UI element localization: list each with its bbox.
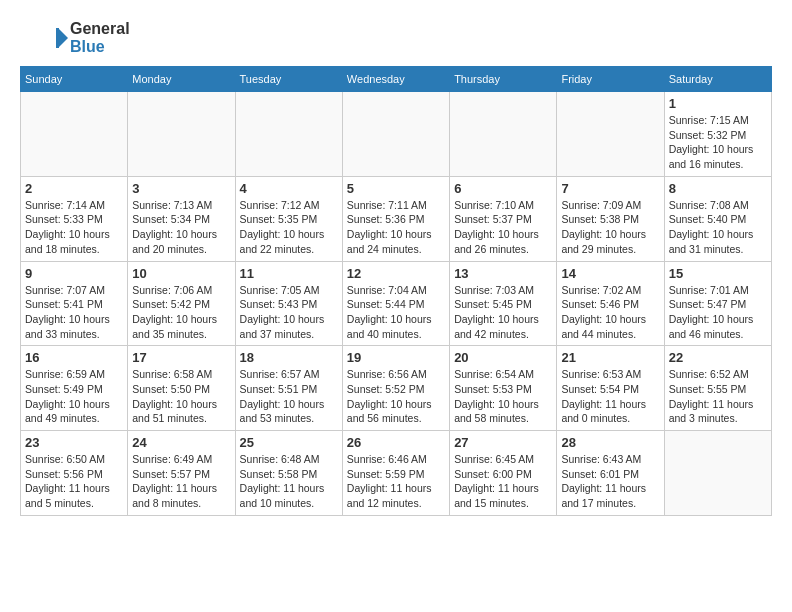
day-info: Sunrise: 7:03 AM Sunset: 5:45 PM Dayligh… — [454, 283, 552, 342]
day-number: 1 — [669, 96, 767, 111]
calendar-cell: 24Sunrise: 6:49 AM Sunset: 5:57 PM Dayli… — [128, 431, 235, 516]
day-info: Sunrise: 7:15 AM Sunset: 5:32 PM Dayligh… — [669, 113, 767, 172]
day-number: 7 — [561, 181, 659, 196]
calendar-cell: 22Sunrise: 6:52 AM Sunset: 5:55 PM Dayli… — [664, 346, 771, 431]
day-info: Sunrise: 6:53 AM Sunset: 5:54 PM Dayligh… — [561, 367, 659, 426]
day-number: 25 — [240, 435, 338, 450]
day-number: 27 — [454, 435, 552, 450]
calendar-cell — [21, 92, 128, 177]
day-number: 26 — [347, 435, 445, 450]
logo-general: General — [70, 20, 130, 38]
weekday-header-thursday: Thursday — [450, 67, 557, 92]
day-info: Sunrise: 7:01 AM Sunset: 5:47 PM Dayligh… — [669, 283, 767, 342]
calendar-cell: 3Sunrise: 7:13 AM Sunset: 5:34 PM Daylig… — [128, 176, 235, 261]
day-info: Sunrise: 7:05 AM Sunset: 5:43 PM Dayligh… — [240, 283, 338, 342]
svg-rect-1 — [56, 28, 59, 48]
calendar-cell: 19Sunrise: 6:56 AM Sunset: 5:52 PM Dayli… — [342, 346, 449, 431]
day-number: 9 — [25, 266, 123, 281]
day-info: Sunrise: 7:08 AM Sunset: 5:40 PM Dayligh… — [669, 198, 767, 257]
calendar-cell: 15Sunrise: 7:01 AM Sunset: 5:47 PM Dayli… — [664, 261, 771, 346]
weekday-header-friday: Friday — [557, 67, 664, 92]
day-info: Sunrise: 7:12 AM Sunset: 5:35 PM Dayligh… — [240, 198, 338, 257]
calendar-cell: 5Sunrise: 7:11 AM Sunset: 5:36 PM Daylig… — [342, 176, 449, 261]
day-info: Sunrise: 6:52 AM Sunset: 5:55 PM Dayligh… — [669, 367, 767, 426]
calendar-cell — [128, 92, 235, 177]
day-number: 21 — [561, 350, 659, 365]
day-info: Sunrise: 6:57 AM Sunset: 5:51 PM Dayligh… — [240, 367, 338, 426]
day-number: 22 — [669, 350, 767, 365]
calendar-cell: 18Sunrise: 6:57 AM Sunset: 5:51 PM Dayli… — [235, 346, 342, 431]
week-row-2: 2Sunrise: 7:14 AM Sunset: 5:33 PM Daylig… — [21, 176, 772, 261]
page-header: GeneralBlue — [20, 20, 772, 56]
calendar-cell — [557, 92, 664, 177]
day-info: Sunrise: 6:54 AM Sunset: 5:53 PM Dayligh… — [454, 367, 552, 426]
calendar-cell: 16Sunrise: 6:59 AM Sunset: 5:49 PM Dayli… — [21, 346, 128, 431]
calendar-cell — [235, 92, 342, 177]
logo-text: GeneralBlue — [70, 20, 130, 55]
weekday-header-row: SundayMondayTuesdayWednesdayThursdayFrid… — [21, 67, 772, 92]
calendar-cell: 10Sunrise: 7:06 AM Sunset: 5:42 PM Dayli… — [128, 261, 235, 346]
weekday-header-sunday: Sunday — [21, 67, 128, 92]
day-info: Sunrise: 6:46 AM Sunset: 5:59 PM Dayligh… — [347, 452, 445, 511]
day-number: 23 — [25, 435, 123, 450]
calendar-table: SundayMondayTuesdayWednesdayThursdayFrid… — [20, 66, 772, 516]
calendar-cell: 2Sunrise: 7:14 AM Sunset: 5:33 PM Daylig… — [21, 176, 128, 261]
logo: GeneralBlue — [20, 20, 130, 56]
day-info: Sunrise: 6:50 AM Sunset: 5:56 PM Dayligh… — [25, 452, 123, 511]
day-info: Sunrise: 7:07 AM Sunset: 5:41 PM Dayligh… — [25, 283, 123, 342]
day-number: 4 — [240, 181, 338, 196]
day-info: Sunrise: 7:13 AM Sunset: 5:34 PM Dayligh… — [132, 198, 230, 257]
calendar-cell: 12Sunrise: 7:04 AM Sunset: 5:44 PM Dayli… — [342, 261, 449, 346]
calendar-cell: 25Sunrise: 6:48 AM Sunset: 5:58 PM Dayli… — [235, 431, 342, 516]
day-number: 6 — [454, 181, 552, 196]
day-info: Sunrise: 6:58 AM Sunset: 5:50 PM Dayligh… — [132, 367, 230, 426]
logo-svg — [20, 20, 70, 56]
day-info: Sunrise: 7:14 AM Sunset: 5:33 PM Dayligh… — [25, 198, 123, 257]
calendar-cell: 8Sunrise: 7:08 AM Sunset: 5:40 PM Daylig… — [664, 176, 771, 261]
calendar-cell: 23Sunrise: 6:50 AM Sunset: 5:56 PM Dayli… — [21, 431, 128, 516]
day-info: Sunrise: 6:56 AM Sunset: 5:52 PM Dayligh… — [347, 367, 445, 426]
week-row-5: 23Sunrise: 6:50 AM Sunset: 5:56 PM Dayli… — [21, 431, 772, 516]
week-row-3: 9Sunrise: 7:07 AM Sunset: 5:41 PM Daylig… — [21, 261, 772, 346]
day-number: 10 — [132, 266, 230, 281]
logo-blue: Blue — [70, 38, 130, 56]
day-number: 17 — [132, 350, 230, 365]
calendar-cell — [664, 431, 771, 516]
calendar-cell: 1Sunrise: 7:15 AM Sunset: 5:32 PM Daylig… — [664, 92, 771, 177]
weekday-header-wednesday: Wednesday — [342, 67, 449, 92]
day-info: Sunrise: 7:06 AM Sunset: 5:42 PM Dayligh… — [132, 283, 230, 342]
day-info: Sunrise: 7:10 AM Sunset: 5:37 PM Dayligh… — [454, 198, 552, 257]
day-info: Sunrise: 7:11 AM Sunset: 5:36 PM Dayligh… — [347, 198, 445, 257]
calendar-cell: 20Sunrise: 6:54 AM Sunset: 5:53 PM Dayli… — [450, 346, 557, 431]
day-info: Sunrise: 7:09 AM Sunset: 5:38 PM Dayligh… — [561, 198, 659, 257]
calendar-cell: 28Sunrise: 6:43 AM Sunset: 6:01 PM Dayli… — [557, 431, 664, 516]
day-number: 11 — [240, 266, 338, 281]
calendar-cell: 14Sunrise: 7:02 AM Sunset: 5:46 PM Dayli… — [557, 261, 664, 346]
day-number: 16 — [25, 350, 123, 365]
calendar-cell: 26Sunrise: 6:46 AM Sunset: 5:59 PM Dayli… — [342, 431, 449, 516]
svg-marker-0 — [58, 28, 68, 48]
calendar-cell: 27Sunrise: 6:45 AM Sunset: 6:00 PM Dayli… — [450, 431, 557, 516]
day-number: 13 — [454, 266, 552, 281]
day-number: 12 — [347, 266, 445, 281]
week-row-4: 16Sunrise: 6:59 AM Sunset: 5:49 PM Dayli… — [21, 346, 772, 431]
day-number: 8 — [669, 181, 767, 196]
calendar-cell: 13Sunrise: 7:03 AM Sunset: 5:45 PM Dayli… — [450, 261, 557, 346]
weekday-header-tuesday: Tuesday — [235, 67, 342, 92]
weekday-header-saturday: Saturday — [664, 67, 771, 92]
calendar-cell: 11Sunrise: 7:05 AM Sunset: 5:43 PM Dayli… — [235, 261, 342, 346]
day-number: 5 — [347, 181, 445, 196]
day-number: 28 — [561, 435, 659, 450]
calendar-cell: 21Sunrise: 6:53 AM Sunset: 5:54 PM Dayli… — [557, 346, 664, 431]
calendar-cell: 4Sunrise: 7:12 AM Sunset: 5:35 PM Daylig… — [235, 176, 342, 261]
day-number: 24 — [132, 435, 230, 450]
calendar-cell — [342, 92, 449, 177]
day-number: 18 — [240, 350, 338, 365]
calendar-cell: 17Sunrise: 6:58 AM Sunset: 5:50 PM Dayli… — [128, 346, 235, 431]
weekday-header-monday: Monday — [128, 67, 235, 92]
day-info: Sunrise: 6:48 AM Sunset: 5:58 PM Dayligh… — [240, 452, 338, 511]
day-number: 20 — [454, 350, 552, 365]
calendar-cell — [450, 92, 557, 177]
day-number: 15 — [669, 266, 767, 281]
day-info: Sunrise: 7:02 AM Sunset: 5:46 PM Dayligh… — [561, 283, 659, 342]
